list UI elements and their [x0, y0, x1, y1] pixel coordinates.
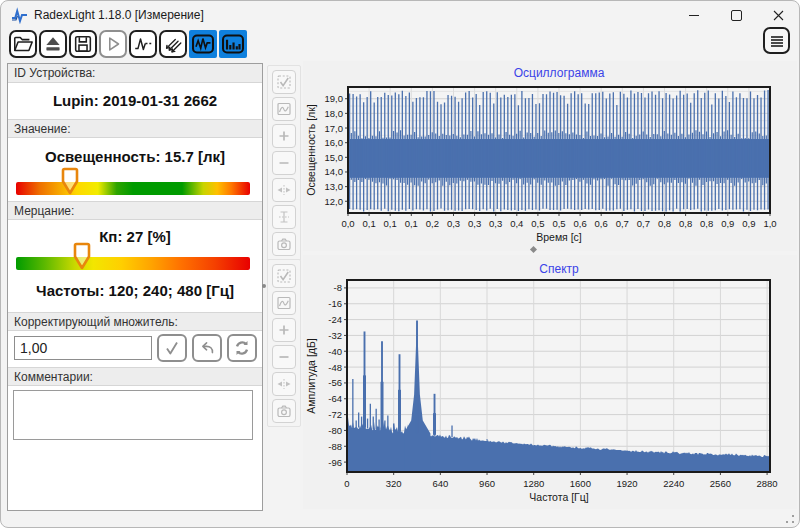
- svg-text:0,1: 0,1: [362, 218, 375, 229]
- oscillogram-tool-column: [267, 65, 301, 261]
- svg-text:0,3: 0,3: [447, 218, 460, 229]
- svg-text:0,8: 0,8: [679, 218, 692, 229]
- device-id-value: Lupin: 2019-01-31 2662: [8, 92, 262, 109]
- comments-section-header: Комментарии:: [8, 367, 262, 386]
- oscillogram-view-button[interactable]: [189, 30, 217, 58]
- checkmark-icon: [162, 338, 182, 358]
- spec-curve-tool-button[interactable]: [272, 291, 296, 315]
- illuminance-scale-bar: [16, 182, 250, 195]
- svg-text:-96: -96: [328, 457, 342, 468]
- spectrum-title: Спектр: [539, 262, 579, 276]
- osc-snapshot-button[interactable]: [272, 232, 296, 256]
- svg-text:320: 320: [386, 478, 402, 489]
- svg-text:0,6: 0,6: [573, 218, 586, 229]
- osc-zoom-in-button[interactable]: [272, 124, 296, 148]
- resize-grip[interactable]: [785, 514, 795, 524]
- svg-text:17,0: 17,0: [325, 123, 344, 134]
- illuminance-scale-pointer[interactable]: [61, 167, 79, 195]
- svg-text:2240: 2240: [663, 478, 684, 489]
- illuminance-reading: Освещенность: 15.7 [лк]: [8, 148, 262, 165]
- maximize-button[interactable]: [715, 1, 757, 29]
- flicker-kp-value: Кп: 27 [%]: [8, 228, 262, 245]
- svg-text:640: 640: [432, 478, 448, 489]
- maximize-icon: [731, 10, 742, 21]
- refresh-multiplier-button[interactable]: [227, 334, 257, 362]
- svg-text:-16: -16: [328, 298, 342, 309]
- svg-text:0,4: 0,4: [510, 218, 523, 229]
- svg-text:-56: -56: [328, 377, 342, 388]
- save-button[interactable]: [69, 30, 97, 58]
- open-file-button[interactable]: [9, 30, 37, 58]
- undo-multiplier-button[interactable]: [192, 334, 222, 362]
- multiplier-input[interactable]: [14, 336, 152, 360]
- close-icon: [773, 10, 784, 21]
- open-folder-icon: [12, 33, 34, 55]
- fit-horizontal-icon: [276, 182, 292, 198]
- spec-zoom-in-button[interactable]: [272, 318, 296, 342]
- hamburger-menu-icon: [768, 32, 786, 50]
- fit-vertical-icon: [276, 209, 292, 225]
- value-section-header: Значение:: [8, 119, 262, 138]
- refresh-icon: [232, 338, 252, 358]
- svg-text:0,5: 0,5: [531, 218, 544, 229]
- osc-select-tool-button[interactable]: [272, 70, 296, 94]
- spectrum-ylabel: Амплитуда [дБ]: [305, 338, 317, 414]
- svg-text:-8: -8: [334, 282, 342, 293]
- svg-text:0,0: 0,0: [341, 218, 354, 229]
- oscillogram-title: Осциллограмма: [514, 66, 605, 80]
- minimize-button[interactable]: [673, 1, 715, 29]
- spectrum-view-button[interactable]: [219, 30, 247, 58]
- osc-curve-tool-button[interactable]: [272, 97, 296, 121]
- undo-arrow-icon: [197, 338, 217, 358]
- svg-text:0,2: 0,2: [426, 218, 439, 229]
- osc-fit-horizontal-button[interactable]: [272, 178, 296, 202]
- osc-fit-vertical-button[interactable]: [272, 205, 296, 229]
- oscillogram-icon: [190, 31, 216, 57]
- play-button[interactable]: [99, 30, 127, 58]
- svg-text:-32: -32: [328, 330, 342, 341]
- svg-text:-24: -24: [328, 314, 342, 325]
- spec-snapshot-button[interactable]: [272, 399, 296, 423]
- comments-textarea[interactable]: [13, 390, 253, 440]
- close-button[interactable]: [757, 1, 799, 29]
- svg-text:0: 0: [344, 478, 349, 489]
- apply-multiplier-button[interactable]: [157, 334, 187, 362]
- main-toolbar: [9, 30, 247, 58]
- light-rays-button[interactable]: [159, 30, 187, 58]
- spec-fit-horizontal-button[interactable]: [272, 372, 296, 396]
- spec-zoom-out-button[interactable]: [272, 345, 296, 369]
- vertical-splitter-handle[interactable]: [262, 284, 266, 288]
- svg-text:0,8: 0,8: [700, 218, 713, 229]
- svg-text:0,1: 0,1: [405, 218, 418, 229]
- osc-zoom-out-button[interactable]: [272, 151, 296, 175]
- flicker-frequencies: Частоты: 120; 240; 480 [Гц]: [8, 282, 262, 299]
- titlebar: RadexLight 1.18.0 [Измерение]: [1, 1, 799, 29]
- app-window: RadexLight 1.18.0 [Измерение]: [0, 0, 800, 528]
- svg-text:1,0: 1,0: [763, 218, 776, 229]
- svg-text:-80: -80: [328, 425, 342, 436]
- svg-text:2560: 2560: [710, 478, 731, 489]
- menu-button[interactable]: [763, 27, 790, 54]
- svg-text:0,9: 0,9: [721, 218, 734, 229]
- pulse-dashed-icon: [132, 33, 154, 55]
- svg-text:0,3: 0,3: [468, 218, 481, 229]
- svg-text:-72: -72: [328, 409, 342, 420]
- minimize-icon: [689, 15, 699, 16]
- play-icon: [102, 33, 124, 55]
- svg-text:12,0: 12,0: [325, 196, 344, 207]
- device-id-header: ID Устройства:: [8, 64, 262, 83]
- flicker-scale-pointer[interactable]: [73, 242, 91, 270]
- spectrum-tool-column: [267, 259, 301, 427]
- minus-icon: [276, 155, 292, 171]
- svg-text:1280: 1280: [523, 478, 544, 489]
- svg-text:13,0: 13,0: [325, 181, 344, 192]
- signal-reference-button[interactable]: [129, 30, 157, 58]
- spectrum-chart[interactable]: Спектр -8-16-24-32-40-48-56-64-72-80-88-…: [303, 255, 797, 509]
- spectrum-chart-panel: Спектр -8-16-24-32-40-48-56-64-72-80-88-…: [303, 255, 797, 509]
- oscillogram-chart[interactable]: Осциллограмма 0,00,10,10,10,20,30,30,30,…: [303, 61, 797, 251]
- plus-icon: [276, 322, 292, 338]
- fit-horizontal-icon: [276, 376, 292, 392]
- svg-text:0,5: 0,5: [552, 218, 565, 229]
- eject-button[interactable]: [39, 30, 67, 58]
- spec-select-tool-button[interactable]: [272, 264, 296, 288]
